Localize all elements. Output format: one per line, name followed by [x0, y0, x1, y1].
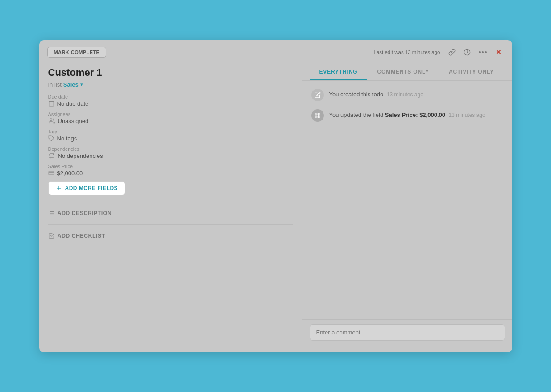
- svg-rect-4: [49, 101, 54, 106]
- svg-point-1: [479, 51, 481, 53]
- tags-value: No tags: [57, 135, 77, 142]
- close-icon: ✕: [495, 48, 502, 57]
- dependencies-label: Dependencies: [48, 146, 293, 152]
- description-icon: [48, 210, 54, 216]
- assignees-field: Assignees Unassigned: [48, 111, 293, 124]
- link-icon: [448, 49, 456, 56]
- task-modal: MARK COMPLETE Last edit was 13 minutes a…: [39, 40, 512, 352]
- in-list-row: In list Sales ▾: [48, 81, 293, 88]
- divider-1: [48, 202, 293, 202]
- add-more-fields-button[interactable]: ADD MORE FIELDS: [48, 181, 126, 195]
- dependencies-field: Dependencies No dependencies: [48, 146, 293, 159]
- svg-point-3: [485, 51, 487, 53]
- update-icon: [315, 112, 321, 119]
- activity-time-2: 13 minutes ago: [449, 112, 485, 118]
- sales-price-icon: [48, 170, 54, 176]
- activity-feed: You created this todo 13 minutes ago You…: [302, 81, 512, 319]
- more-options-icon: [479, 51, 487, 53]
- due-date-value: No due date: [57, 100, 89, 107]
- dependencies-icon: [48, 153, 55, 159]
- add-more-fields-label: ADD MORE FIELDS: [65, 185, 118, 191]
- add-checklist-button[interactable]: ADD CHECKLIST: [48, 231, 105, 241]
- task-title: Customer 1: [48, 67, 293, 78]
- clock-button[interactable]: [462, 48, 472, 57]
- chevron-down-icon: ▾: [80, 82, 83, 87]
- tab-activity[interactable]: ACTIVITY ONLY: [439, 62, 504, 80]
- dependencies-value: No dependencies: [58, 153, 103, 159]
- activity-time-1: 13 minutes ago: [387, 91, 423, 98]
- tabs-bar: EVERYTHING COMMENTS ONLY ACTIVITY ONLY: [302, 62, 512, 81]
- edit-icon: [315, 92, 321, 98]
- svg-rect-20: [315, 113, 320, 118]
- comment-bar: [302, 319, 512, 348]
- sales-price-value: $2,000.00: [57, 170, 83, 177]
- add-fields-icon: [56, 185, 62, 191]
- tab-everything[interactable]: EVERYTHING: [310, 62, 368, 80]
- activity-item-update: You updated the field Sales Price: $2,00…: [311, 109, 503, 122]
- more-options-button[interactable]: [477, 50, 489, 54]
- list-name-link[interactable]: Sales: [63, 81, 79, 88]
- checklist-icon: [48, 233, 54, 239]
- right-panel: EVERYTHING COMMENTS ONLY ACTIVITY ONLY Y…: [302, 62, 512, 348]
- assignees-label: Assignees: [48, 111, 293, 117]
- mark-complete-button[interactable]: MARK COMPLETE: [47, 47, 107, 58]
- sales-price-label: Sales Price: [48, 164, 293, 169]
- activity-bold-field: Sales Price: $2,000.00: [385, 111, 445, 118]
- modal-body: Customer 1 In list Sales ▾ Due date No d…: [39, 62, 512, 348]
- link-button[interactable]: [447, 48, 457, 57]
- divider-2: [48, 224, 293, 225]
- assignees-value: Unassigned: [58, 118, 89, 124]
- add-description-button[interactable]: ADD DESCRIPTION: [48, 208, 112, 218]
- sales-price-field: Sales Price $2,000.00: [48, 164, 293, 177]
- add-checklist-label: ADD CHECKLIST: [58, 233, 105, 239]
- svg-rect-10: [49, 171, 54, 175]
- calendar-icon: [48, 100, 54, 107]
- left-panel: Customer 1 In list Sales ▾ Due date No d…: [39, 62, 302, 348]
- tags-field: Tags No tags: [48, 129, 293, 142]
- tab-comments[interactable]: COMMENTS ONLY: [367, 62, 439, 80]
- last-edit-text: Last edit was 13 minutes ago: [374, 50, 440, 55]
- assignees-icon: [48, 118, 55, 124]
- add-description-label: ADD DESCRIPTION: [58, 210, 112, 216]
- in-list-label: In list: [48, 81, 62, 88]
- activity-avatar-1: [311, 89, 324, 101]
- modal-header: MARK COMPLETE Last edit was 13 minutes a…: [39, 40, 512, 62]
- svg-point-2: [482, 51, 484, 53]
- due-date-label: Due date: [48, 94, 293, 99]
- header-actions: Last edit was 13 minutes ago ✕: [374, 46, 504, 58]
- due-date-field: Due date No due date: [48, 94, 293, 107]
- svg-point-8: [50, 119, 52, 121]
- activity-avatar-2: [311, 109, 324, 122]
- activity-text-1: You created this todo 13 minutes ago: [329, 89, 423, 99]
- tags-label: Tags: [48, 129, 293, 134]
- close-button[interactable]: ✕: [493, 46, 504, 58]
- tag-icon: [48, 135, 54, 141]
- comment-input[interactable]: [310, 324, 505, 341]
- activity-item-create: You created this todo 13 minutes ago: [311, 89, 503, 101]
- clock-icon: [464, 49, 471, 56]
- activity-text-2: You updated the field Sales Price: $2,00…: [329, 109, 485, 119]
